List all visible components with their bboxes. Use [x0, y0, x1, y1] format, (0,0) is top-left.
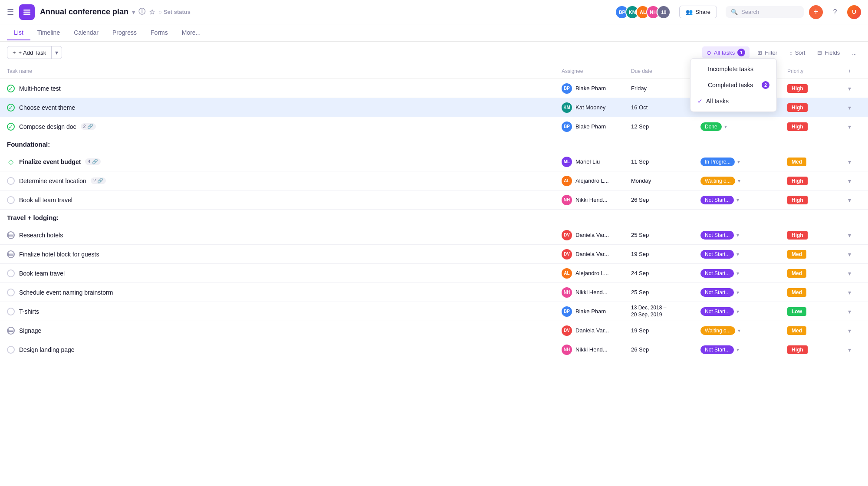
- table-row[interactable]: Book team travel AL Alejandro L... 24 Se…: [0, 264, 868, 283]
- task-check-icon[interactable]: [7, 269, 15, 277]
- priority-cell: High: [787, 122, 848, 131]
- add-task-dropdown[interactable]: ▾: [51, 46, 62, 59]
- row-chevron[interactable]: ▾: [848, 104, 861, 111]
- status-chevron[interactable]: ▾: [736, 309, 739, 315]
- row-chevron[interactable]: ▾: [848, 327, 861, 334]
- row-chevron[interactable]: ▾: [848, 346, 861, 353]
- priority-badge: High: [787, 177, 808, 185]
- add-task-main[interactable]: + + Add Task: [7, 47, 51, 59]
- assignee-name: Alejandro L...: [575, 270, 609, 276]
- task-name-cell: 🛏 Research hotels: [7, 231, 562, 239]
- task-check-icon[interactable]: [7, 346, 15, 354]
- priority-badge: Med: [787, 288, 806, 297]
- status-chevron[interactable]: ▾: [738, 178, 740, 184]
- completed-tasks-option[interactable]: Completed tasks 2: [690, 77, 776, 93]
- status-chevron[interactable]: ▾: [736, 232, 739, 238]
- table-row[interactable]: 🛏 Signage DV Daniela Var... 19 Sep Waiti…: [0, 321, 868, 340]
- status-chevron[interactable]: ▾: [736, 197, 739, 203]
- search-box[interactable]: 🔍 Search: [726, 6, 804, 18]
- priority-cell: Med: [787, 250, 848, 259]
- assignee-name: Kat Mooney: [575, 104, 605, 111]
- all-tasks-filter-btn[interactable]: ⊙ All tasks 1: [702, 46, 750, 59]
- incomplete-tasks-option[interactable]: Incomplete tasks: [690, 61, 776, 77]
- status-chevron[interactable]: ▾: [736, 270, 739, 276]
- fields-button[interactable]: ⊟ Fields: [813, 47, 844, 58]
- task-name: Signage: [19, 327, 41, 334]
- status-chevron[interactable]: ▾: [736, 251, 739, 257]
- status-chevron[interactable]: ▾: [736, 347, 739, 353]
- row-chevron[interactable]: ▾: [848, 85, 861, 92]
- set-status-btn[interactable]: ○ Set status: [158, 9, 191, 15]
- table-row[interactable]: Determine event location 2 🔗 AL Alejandr…: [0, 171, 868, 190]
- help-button[interactable]: ?: [828, 5, 842, 19]
- status-chevron[interactable]: ▾: [724, 124, 727, 130]
- priority-cell: High: [787, 345, 848, 354]
- task-check-icon[interactable]: ◇: [7, 158, 15, 166]
- task-name-cell: ✓ Compose design doc 2 🔗: [7, 123, 562, 131]
- row-chevron[interactable]: ▾: [848, 177, 861, 184]
- row-chevron[interactable]: ▾: [848, 158, 861, 165]
- add-column-button[interactable]: +: [848, 68, 861, 74]
- row-chevron[interactable]: ▾: [848, 270, 861, 277]
- star-icon[interactable]: ☆: [149, 8, 155, 16]
- tab-more[interactable]: More...: [175, 26, 208, 40]
- row-chevron[interactable]: ▾: [848, 251, 861, 258]
- info-icon[interactable]: ⓘ: [138, 7, 145, 16]
- row-chevron[interactable]: ▾: [848, 289, 861, 296]
- task-check-icon[interactable]: 🛏: [7, 327, 15, 335]
- more-options-button[interactable]: ...: [848, 47, 861, 58]
- add-task-button[interactable]: + + Add Task ▾: [7, 46, 62, 59]
- tab-list[interactable]: List: [7, 26, 30, 40]
- table-row[interactable]: T-shirts BP Blake Pham 13 Dec, 2018 –20 …: [0, 302, 868, 321]
- table-row[interactable]: Book all team travel NH Nikki Hend... 26…: [0, 190, 868, 210]
- priority-cell: High: [787, 196, 848, 204]
- task-check-icon[interactable]: 🛏: [7, 250, 15, 258]
- table-row[interactable]: 🛏 Research hotels DV Daniela Var... 25 S…: [0, 226, 868, 245]
- table-row[interactable]: Schedule event naming brainstorm NH Nikk…: [0, 283, 868, 302]
- subtask-count: 2 🔗: [91, 177, 106, 184]
- chevron-down-icon[interactable]: ▾: [132, 9, 135, 16]
- tab-calendar[interactable]: Calendar: [67, 26, 105, 40]
- due-date-cell: 11 Sep: [631, 158, 700, 165]
- assignee-name: Daniela Var...: [575, 232, 609, 238]
- task-check-icon[interactable]: ✓: [7, 85, 15, 92]
- tab-forms[interactable]: Forms: [144, 26, 175, 40]
- task-check-icon[interactable]: ✓: [7, 123, 15, 131]
- status-chevron[interactable]: ▾: [737, 159, 740, 165]
- priority-badge: High: [787, 84, 808, 93]
- all-tasks-option[interactable]: ✓ All tasks: [690, 93, 776, 109]
- table-row[interactable]: ◇ Finalize event budget 4 🔗 ML Mariel Li…: [0, 152, 868, 171]
- table-row[interactable]: Design landing page NH Nikki Hend... 26 …: [0, 340, 868, 359]
- task-check-icon[interactable]: [7, 308, 15, 315]
- task-check-icon[interactable]: 🛏: [7, 231, 15, 239]
- status-chevron[interactable]: ▾: [736, 289, 739, 296]
- status-cell: Not Start... ▾: [700, 345, 787, 354]
- table-row[interactable]: ✓ Compose design doc 2 🔗 BP Blake Pham 1…: [0, 117, 868, 136]
- user-avatar[interactable]: U: [847, 5, 861, 19]
- task-check-icon[interactable]: [7, 177, 15, 185]
- tab-progress[interactable]: Progress: [105, 26, 144, 40]
- row-chevron[interactable]: ▾: [848, 308, 861, 315]
- assignee-avatar: DV: [562, 249, 572, 259]
- row-chevron[interactable]: ▾: [848, 123, 861, 130]
- subtask-count: 4 🔗: [85, 158, 100, 165]
- task-check-icon[interactable]: [7, 196, 15, 204]
- assignee-avatar: ML: [562, 157, 572, 167]
- assignee-name: Nikki Hend...: [575, 289, 608, 296]
- table-row[interactable]: 🛏 Finalize hotel block for guests DV Dan…: [0, 245, 868, 264]
- row-chevron[interactable]: ▾: [848, 232, 861, 239]
- status-cell: Done ▾: [700, 122, 787, 131]
- row-chevron[interactable]: ▾: [848, 197, 861, 204]
- sort-button[interactable]: ↕ Sort: [785, 47, 809, 58]
- task-check-icon[interactable]: ✓: [7, 104, 15, 112]
- status-chevron[interactable]: ▾: [738, 328, 740, 334]
- project-title: Annual conference plan ▾ ⓘ ☆ ○ Set statu…: [40, 7, 191, 16]
- task-check-icon[interactable]: [7, 289, 15, 296]
- filter-button[interactable]: ⊞ Filter: [753, 47, 782, 58]
- task-name-cell: Book team travel: [7, 269, 562, 277]
- add-button[interactable]: +: [809, 5, 823, 19]
- share-button[interactable]: 👥 Share: [679, 6, 717, 18]
- hamburger-icon[interactable]: ☰: [7, 7, 14, 17]
- checkmark-icon: ✓: [697, 98, 703, 105]
- tab-timeline[interactable]: Timeline: [30, 26, 67, 40]
